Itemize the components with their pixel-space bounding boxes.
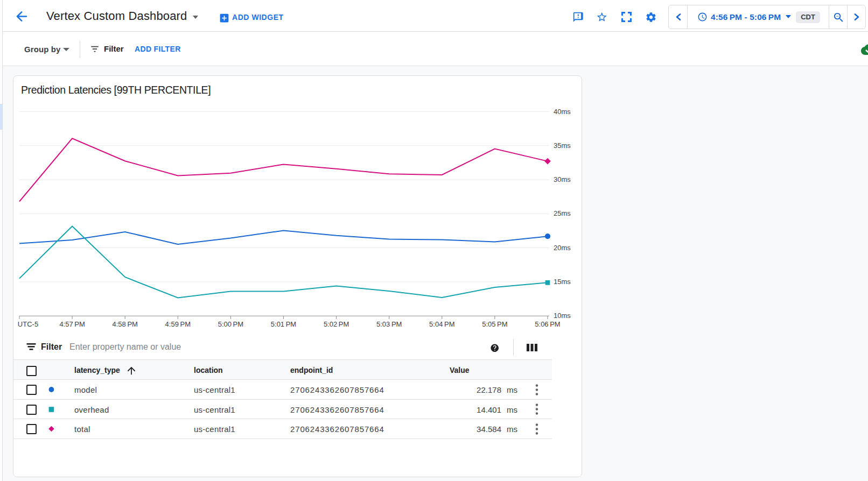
svg-text:5:00 PM: 5:00 PM: [218, 320, 243, 328]
svg-text:25ms: 25ms: [554, 209, 571, 217]
svg-text:5:02 PM: 5:02 PM: [324, 320, 349, 328]
svg-text:5:06 PM: 5:06 PM: [535, 320, 560, 328]
svg-text:40ms: 40ms: [554, 108, 571, 116]
svg-text:4:58 PM: 4:58 PM: [112, 320, 137, 328]
svg-text:10ms: 10ms: [554, 312, 571, 320]
svg-text:5:05 PM: 5:05 PM: [482, 320, 507, 328]
svg-text:4:57 PM: 4:57 PM: [59, 320, 85, 328]
svg-text:20ms: 20ms: [554, 244, 571, 252]
svg-text:UTC-5: UTC-5: [18, 320, 38, 328]
svg-text:15ms: 15ms: [554, 278, 571, 286]
svg-text:30ms: 30ms: [554, 175, 571, 183]
svg-text:5:01 PM: 5:01 PM: [271, 320, 296, 328]
svg-text:35ms: 35ms: [554, 142, 571, 150]
svg-text:4:59 PM: 4:59 PM: [165, 320, 191, 328]
svg-text:5:04 PM: 5:04 PM: [429, 320, 454, 328]
svg-text:5:03 PM: 5:03 PM: [376, 320, 402, 328]
